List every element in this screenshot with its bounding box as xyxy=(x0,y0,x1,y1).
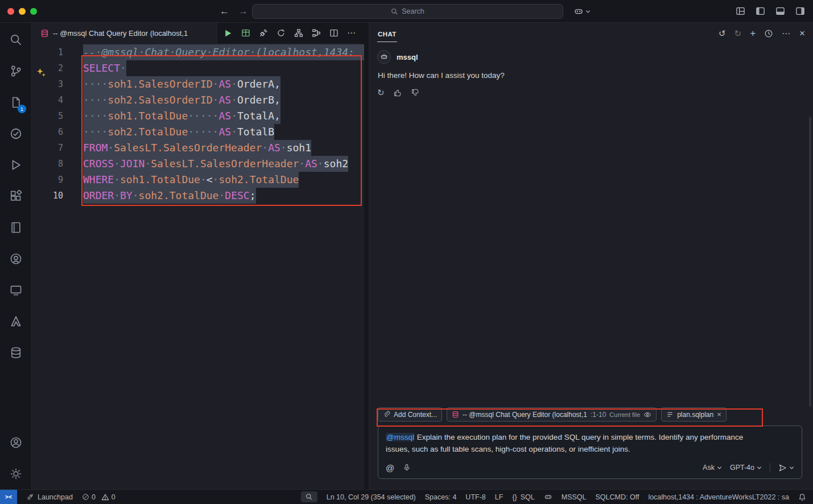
code-line[interactable]: 5····soh1.TotalDue·····AS·TotalA, xyxy=(32,108,364,124)
selected-code-text: CROSS·JOIN·SalesLT.SalesOrderHeader·AS·s… xyxy=(83,156,348,172)
context-eye-icon[interactable] xyxy=(643,411,651,419)
chat-scrollbar[interactable] xyxy=(809,117,811,407)
context-file-note: Current file xyxy=(609,411,640,418)
toggle-secondary-sidebar-icon[interactable] xyxy=(795,6,805,16)
window-zoom-button[interactable] xyxy=(30,8,37,15)
code-editor[interactable]: 1--·@mssql·Chat·Query·Editor·(localhost,… xyxy=(32,43,364,204)
code-line[interactable]: 4····soh2.SalesOrderID·AS·OrderB, xyxy=(32,92,364,108)
settings-button[interactable] xyxy=(0,458,31,489)
new-chat-button[interactable]: + xyxy=(750,28,756,39)
window-minimize-button[interactable] xyxy=(19,8,26,15)
zoom-status-item[interactable] xyxy=(301,491,317,502)
mode-selector[interactable]: Ask xyxy=(703,464,722,472)
run-query-button[interactable] xyxy=(223,28,233,38)
code-line[interactable]: 8CROSS·JOIN·SalesLT.SalesOrderHeader·AS·… xyxy=(32,156,364,172)
mention-button[interactable]: @ xyxy=(386,463,394,473)
magnifier-icon xyxy=(306,493,313,501)
selected-code-text: ····soh1.TotalDue·····AS·TotalA, xyxy=(83,108,280,124)
chat-message-header: mssql xyxy=(369,44,813,64)
code-line[interactable]: 7FROM·SalesLT.SalesOrderHeader·AS·soh1 xyxy=(32,140,364,156)
back-icon[interactable]: ← xyxy=(220,6,229,17)
sqlcmd-status[interactable]: SQLCMD: Off xyxy=(596,493,639,501)
chat-input-box[interactable]: @mssql Explain the execution plan for th… xyxy=(378,425,802,479)
remote-indicator[interactable]: >< xyxy=(0,490,17,504)
editor-chat-splitter[interactable] xyxy=(364,23,369,489)
chat-redo-button[interactable]: ↻ xyxy=(734,28,742,39)
code-line[interactable]: 10ORDER·BY·soh2.TotalDue·DESC; xyxy=(32,188,364,204)
accounts-button[interactable] xyxy=(0,427,31,458)
encoding-label: UTF-8 xyxy=(465,493,485,501)
problems-status-item[interactable]: 0 0 xyxy=(82,493,115,501)
window-close-button[interactable] xyxy=(7,8,14,15)
chat-undo-button[interactable]: ↺ xyxy=(719,28,726,39)
chat-close-button[interactable]: × xyxy=(799,28,805,39)
customize-layout-icon[interactable] xyxy=(736,6,745,16)
sidebar-item-notebooks[interactable] xyxy=(0,212,31,243)
send-button[interactable] xyxy=(778,464,794,472)
command-center-search[interactable]: Search xyxy=(252,4,563,19)
sidebar-item-testing[interactable] xyxy=(0,118,31,149)
chat-history-button[interactable] xyxy=(764,29,773,38)
context-chip-plan-file[interactable]: plan.sqlplan × xyxy=(661,407,727,422)
mic-button[interactable] xyxy=(403,464,411,472)
thumbs-up-icon[interactable] xyxy=(393,88,402,97)
connection-status[interactable]: localhost,1434 : AdventureWorksLT2022 : … xyxy=(648,493,789,501)
notifications-bell-icon[interactable] xyxy=(798,493,806,501)
chat-more-button[interactable]: ⋯ xyxy=(782,28,791,39)
code-line[interactable]: 3····soh1.SalesOrderID·AS·OrderA, xyxy=(32,76,364,92)
encoding-status[interactable]: UTF-8 xyxy=(465,493,485,501)
editor-tab[interactable]: -- @mssql Chat Query Editor (localhost,1 xyxy=(32,23,217,43)
sidebar-item-remote-explorer[interactable] xyxy=(0,274,31,305)
cursor-position-status[interactable]: Ln 10, Col 29 (354 selected) xyxy=(327,493,416,501)
run-debug-icon xyxy=(10,159,22,171)
split-editor-button[interactable] xyxy=(329,28,339,38)
code-line[interactable]: 2SELECT· xyxy=(32,60,364,76)
indentation-status[interactable]: Spaces: 4 xyxy=(425,493,457,501)
account-icon xyxy=(10,436,22,449)
line-number: 7 xyxy=(32,140,63,156)
github-icon xyxy=(10,253,22,265)
code-line[interactable]: 9WHERE·soh1.TotalDue·<·soh2.TotalDue xyxy=(32,172,364,188)
sidebar-item-extensions[interactable] xyxy=(0,180,31,212)
copilot-status-item[interactable] xyxy=(544,493,552,501)
context-attachments-row: Add Context... -- @mssql Chat Query Edit… xyxy=(378,407,802,422)
chat-prompt-text[interactable]: @mssql Explain the execution plan for th… xyxy=(386,431,754,455)
eol-status[interactable]: LF xyxy=(495,493,504,501)
remove-context-icon[interactable]: × xyxy=(717,410,721,419)
selected-code-text: ····soh2.TotalDue·····AS·TotalB xyxy=(83,124,274,140)
layout-controls xyxy=(736,6,805,16)
line-number: 3 xyxy=(32,76,63,92)
copilot-sparkle-icon[interactable] xyxy=(36,68,46,77)
forward-icon[interactable]: → xyxy=(238,6,248,17)
toggle-primary-sidebar-icon[interactable] xyxy=(756,6,765,16)
model-selector[interactable]: GPT-4o xyxy=(730,464,762,472)
add-context-button[interactable]: Add Context... xyxy=(378,407,442,422)
sidebar-item-mssql[interactable] xyxy=(0,337,31,368)
launchpad-status-item[interactable]: Launchpad xyxy=(26,493,73,501)
language-mode-status[interactable]: {} SQL xyxy=(512,493,534,501)
chevron-down-icon xyxy=(757,465,762,470)
code-line[interactable]: 1--·@mssql·Chat·Query·Editor·(localhost,… xyxy=(32,44,364,60)
query-plan-button[interactable] xyxy=(312,28,321,38)
sidebar-item-azure[interactable] xyxy=(0,305,31,337)
source-control-icon xyxy=(10,65,22,77)
selected-code-text: FROM·SalesLT.SalesOrderHeader·AS·soh1 xyxy=(83,140,311,156)
thumbs-down-icon[interactable] xyxy=(411,88,420,97)
editor-more-actions-button[interactable]: ⋯ xyxy=(347,28,356,38)
sidebar-item-github[interactable] xyxy=(0,243,31,274)
sidebar-item-source-control[interactable] xyxy=(0,55,31,86)
mssql-status[interactable]: MSSQL xyxy=(562,493,587,501)
results-grid-icon[interactable] xyxy=(241,28,250,38)
regenerate-icon[interactable]: ↻ xyxy=(377,88,385,98)
sidebar-item-explorer[interactable]: 1 xyxy=(0,86,31,118)
disconnect-button[interactable] xyxy=(259,28,268,38)
sidebar-item-search[interactable] xyxy=(0,24,31,55)
code-line[interactable]: 6····soh2.TotalDue·····AS·TotalB xyxy=(32,124,364,140)
estimated-plan-button[interactable] xyxy=(294,28,303,38)
mssql-mention: @mssql xyxy=(386,433,415,441)
sidebar-item-run-debug[interactable] xyxy=(0,149,31,180)
toggle-panel-icon[interactable] xyxy=(775,6,785,16)
context-chip-current-file[interactable]: -- @mssql Chat Query Editor (localhost,1… xyxy=(447,407,657,422)
change-connection-button[interactable] xyxy=(276,28,286,38)
copilot-menu-button[interactable] xyxy=(573,5,591,18)
